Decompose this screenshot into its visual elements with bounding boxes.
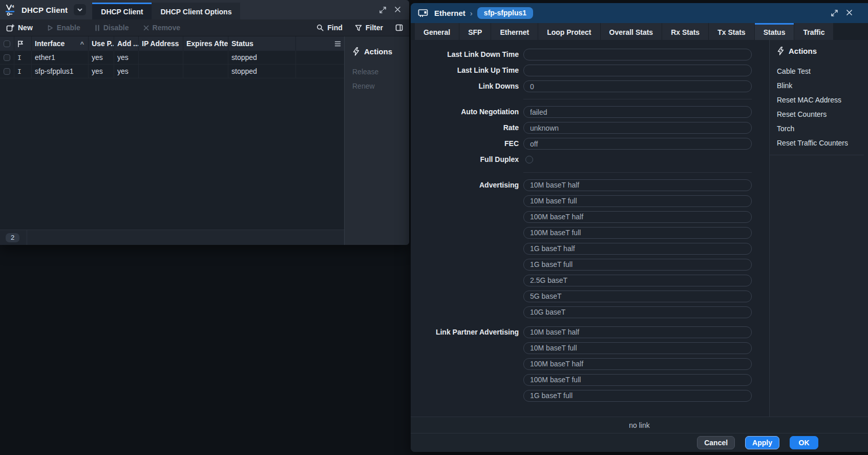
action-item[interactable]: Reset Counters [777,107,864,121]
status-form: Last Link Down Time Last Link Up Time Li… [411,40,769,417]
row-flag: I [14,51,32,64]
dialog-tab[interactable]: Rx Stats [662,23,708,40]
dialog-tab[interactable]: General [415,23,459,40]
window-tab[interactable]: DHCP Client Options [152,3,240,19]
table-footer: 2 [0,230,344,245]
last-link-down-time-input[interactable] [523,49,752,60]
link-partner-advertising-option[interactable]: 10M baseT half [523,326,752,338]
fec-input[interactable] [523,138,752,150]
advertising-option[interactable]: 10M baseT full [523,195,752,207]
dialog-tab[interactable]: Tx Stats [709,23,754,40]
enable-button[interactable]: Enable [47,24,80,32]
interface-column-header[interactable]: Interface ^ [32,36,89,51]
advertising-option[interactable]: 1G baseT full [523,259,752,271]
table-row[interactable]: I sfp-sfpplus1 yes yes stopped [0,65,344,78]
action-item[interactable]: Blink [777,78,864,93]
maximize-button[interactable] [831,9,838,17]
new-button[interactable]: New [6,24,33,32]
breadcrumb-section: Ethernet [434,9,465,17]
select-all-checkbox-cell [0,36,14,51]
flag-column-header[interactable] [14,36,32,51]
apply-button[interactable]: Apply [745,436,779,449]
dialog-tab[interactable]: Overall Stats [601,23,662,40]
dialog-tab[interactable]: SFP [459,23,491,40]
action-item[interactable]: Release [352,65,405,79]
column-menu-icon[interactable] [334,41,341,47]
select-all-checkbox[interactable] [4,40,10,47]
advertising-option[interactable]: 100M baseT half [523,211,752,223]
dialog-tab[interactable]: Traffic [794,23,833,40]
form-separator [523,99,752,99]
right-titlebar: Ethernet › sfp-sfpplus1 [411,3,868,23]
advertising-option[interactable]: 100M baseT full [523,227,752,239]
dialog-tab[interactable]: Loop Protect [538,23,600,40]
ethernet-interface-window: Ethernet › sfp-sfpplus1 General SFP Ethe… [411,3,868,452]
close-button[interactable] [394,6,402,14]
interface-dialog-tabs: General SFP Ethernet Loop Protect Overal… [411,23,868,40]
add-route-column-header[interactable]: Add ... [114,36,139,51]
advertising-option[interactable]: 1G baseT half [523,243,752,255]
action-item[interactable]: Reset MAC Address [777,93,864,107]
remove-button[interactable]: Remove [143,24,180,32]
action-item[interactable]: Reset Traffic Counters [777,136,864,150]
advertising-option[interactable]: 10M baseT half [523,179,752,191]
table-row[interactable]: I ether1 yes yes stopped [0,51,344,65]
lightning-bolt-icon [352,47,360,56]
window-tab[interactable]: DHCP Client [92,3,152,19]
add-window-icon [6,24,14,32]
table-empty-area [0,78,344,230]
link-status-bar: no link [411,417,868,433]
left-actions-panel: Actions Release Renew [344,36,409,245]
svg-text:4: 4 [12,4,14,9]
status-column-header[interactable]: Status [228,36,296,51]
breadcrumb-item-pill[interactable]: sfp-sfpplus1 [477,7,533,19]
disable-button[interactable]: Disable [95,24,129,32]
left-toolbar: New Enable Disable Remove Find [0,19,409,36]
ok-button[interactable]: OK [790,436,818,449]
row-checkbox[interactable] [4,68,10,75]
advertising-option[interactable]: 2.5G baseT [523,275,752,286]
dialog-tab[interactable]: Ethernet [491,23,538,40]
full-duplex-checkbox[interactable] [525,156,533,163]
link-partner-advertising-option[interactable]: 10M baseT full [523,342,752,354]
link-partner-advertising-option[interactable]: 100M baseT half [523,358,752,370]
use-peer-column-header[interactable]: Use P... [89,36,114,51]
rate-input[interactable] [523,122,752,134]
link-downs-input[interactable] [523,80,752,92]
link-partner-advertising-option[interactable]: 1G baseT full [523,390,752,402]
advertising-option[interactable]: 10G baseT [523,306,752,318]
find-button[interactable]: Find [316,24,343,32]
left-window-tabs: DHCP Client DHCP Client Options [92,0,240,19]
winbox-v4-logo-icon: 4 [5,4,16,16]
field-label: FEC [411,138,523,150]
last-link-up-time-input[interactable] [523,65,752,76]
row-ip-address [139,51,183,64]
field-label: Advertising [411,179,523,191]
auto-negotiation-input[interactable] [523,106,752,118]
row-add-route: yes [114,65,139,78]
row-checkbox[interactable] [4,54,10,61]
maximize-button[interactable] [379,6,387,14]
cancel-button[interactable]: Cancel [697,436,735,449]
field-label: Last Link Up Time [411,65,523,76]
dialog-tab[interactable]: Status [755,23,794,40]
action-item[interactable]: Torch [777,121,864,136]
link-partner-advertising-option[interactable]: 100M baseT full [523,374,752,386]
expand-arrows-icon [379,6,387,14]
expand-arrows-icon [831,9,838,17]
table-rows: I ether1 yes yes stopped I sfp-sfpplus1 [0,51,344,78]
toggle-actions-panel-button[interactable] [395,24,403,31]
expires-after-column-header[interactable]: Expires After [183,36,228,51]
advertising-option[interactable]: 5G baseT [523,291,752,302]
ip-address-column-header[interactable]: IP Address [139,36,183,51]
row-interface: ether1 [32,51,89,64]
right-actions-panel: Actions Cable Test Blink Reset MAC Addre… [769,40,868,417]
filter-button[interactable]: Filter [355,24,383,32]
actions-panel-title: Actions [789,47,817,55]
action-item[interactable]: Renew [352,79,405,93]
window-menu-button[interactable] [74,4,86,15]
close-button[interactable] [846,9,854,17]
column-config-cell [296,36,344,51]
action-item[interactable]: Cable Test [777,64,864,78]
breadcrumb-separator: › [470,9,473,17]
